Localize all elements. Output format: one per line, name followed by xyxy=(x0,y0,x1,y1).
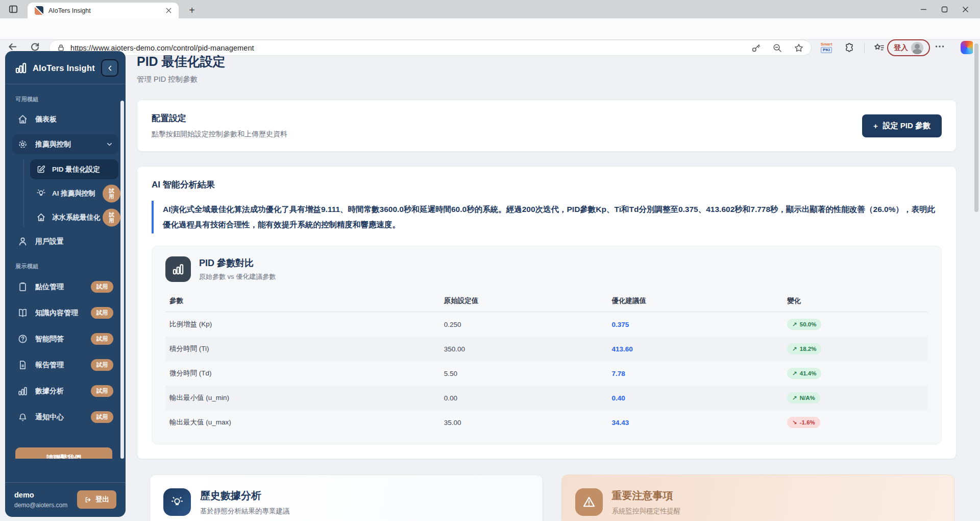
warning-triangle-icon xyxy=(575,488,603,516)
logout-button[interactable]: 登出 xyxy=(77,490,116,509)
sidebar-item-notifications[interactable]: 通知中心 試用 xyxy=(12,407,118,428)
window-close-button[interactable] xyxy=(962,6,969,13)
question-circle-icon xyxy=(17,334,28,344)
edit-icon xyxy=(36,164,46,174)
brand-logo-icon xyxy=(14,61,28,75)
bell-icon xyxy=(17,412,28,422)
new-tab-button[interactable]: + xyxy=(185,3,199,17)
sidebar-item-knowledge[interactable]: 知識內容管理 試用 xyxy=(12,302,118,323)
ai-analysis-text: AI演化式全域最佳化算法成功優化了具有增益9.111、時間常數3600.0秒和延… xyxy=(152,201,942,233)
page-subtitle: 管理 PID 控制參數 xyxy=(137,75,957,84)
trial-badge: 試用 xyxy=(91,307,113,319)
workspaces-icon[interactable] xyxy=(8,4,18,14)
trend-arrow-icon: ↗ xyxy=(792,345,797,352)
brand-name: AIoTers Insight xyxy=(33,63,101,73)
sidebar-item-control-group[interactable]: 推薦與控制 xyxy=(12,134,118,154)
column-header-param: 參數 xyxy=(165,291,440,312)
tab-close-icon[interactable] xyxy=(163,6,174,16)
sidebar-item-ai-control[interactable]: AI 推薦與控制 試用 xyxy=(30,183,118,203)
change-badge: ↗N/A% xyxy=(787,392,820,404)
trial-badge: 試用 xyxy=(103,184,120,202)
back-icon[interactable] xyxy=(7,41,18,52)
comparison-subtitle: 原始參數 vs 優化建議參數 xyxy=(199,272,276,281)
tab-title: AIoTers Insight xyxy=(48,7,163,14)
ai-analysis-card: AI 智能分析結果 AI演化式全域最佳化算法成功優化了具有增益9.111、時間常… xyxy=(137,166,957,459)
column-header-original: 原始設定值 xyxy=(440,291,608,312)
user-icon xyxy=(17,236,28,247)
main-content: PID 最佳化設定 管理 PID 控制參數 配置設定 點擊按鈕開始設定控制參數和… xyxy=(137,40,957,521)
trial-badge: 試用 xyxy=(91,385,113,397)
sidebar-item-points[interactable]: 點位管理 試用 xyxy=(12,276,118,297)
sidebar-item-user-settings[interactable]: 用戶設置 xyxy=(12,231,118,251)
sidebar-item-chiller[interactable]: 冰水系統最佳化 試用 xyxy=(30,207,118,227)
book-icon xyxy=(17,307,28,318)
copilot-icon[interactable] xyxy=(961,41,974,54)
sidebar-item-label: 冰水系統最佳化 xyxy=(52,213,101,222)
pid-comparison-table: 參數 原始設定值 優化建議值 變化 比例增益 (Kp) 0.250 0.375 … xyxy=(165,291,928,435)
history-analysis-card: 歷史數據分析 基於靜態分析結果的專業建議 1 數據品質評估 品質等級：良好 xyxy=(150,475,543,521)
lightbulb-icon xyxy=(163,488,191,516)
sidebar-sublist: PID 最佳化設定 AI 推薦與控制 試用 冰水系統最佳化 試用 xyxy=(23,159,118,227)
browser-tab[interactable]: AIoTers Insight xyxy=(28,3,179,18)
plus-icon: + xyxy=(873,122,878,130)
comparison-title: PID 參數對比 xyxy=(199,257,276,269)
important-notice-card: 重要注意事項 系統監控與穩定性提醒 ! 注意系統穩定性監控避免震盪 xyxy=(561,475,955,521)
change-badge: ↗41.4% xyxy=(787,368,821,379)
sidebar-collapse-button[interactable] xyxy=(101,59,118,77)
lightbulb-icon xyxy=(36,188,46,198)
trial-badge: 試用 xyxy=(91,333,113,345)
user-name: demo xyxy=(14,491,77,499)
sidebar-spacer xyxy=(5,459,126,482)
sidebar-item-label: 通知中心 xyxy=(35,413,84,422)
home-icon xyxy=(36,212,46,222)
column-header-optimized: 優化建議值 xyxy=(608,291,783,312)
window-minimize-button[interactable] xyxy=(920,6,927,13)
clipboard-icon xyxy=(17,281,28,292)
sidebar-section-demo: 展示模組 xyxy=(15,263,115,270)
config-card-title: 配置設定 xyxy=(152,112,287,124)
sidebar-item-analytics[interactable]: 數據分析 試用 xyxy=(12,381,118,401)
sidebar-item-qa[interactable]: 智能問答 試用 xyxy=(12,328,118,349)
page-title: PID 最佳化設定 xyxy=(137,53,957,70)
sidebar-item-label: PID 最佳化設定 xyxy=(52,165,100,174)
browser-toolbar: https://www.aioters-demo.com/control/pid… xyxy=(0,18,980,40)
sidebar-item-dashboard[interactable]: 儀表板 xyxy=(12,109,118,129)
table-row: 輸出最大值 (u_max) 35.00 34.43 ↘-1.6% xyxy=(165,410,928,435)
sidebar-header: AIoTers Insight xyxy=(5,51,126,84)
change-badge: ↗18.2% xyxy=(787,343,821,354)
sidebar-item-reports[interactable]: 報告管理 試用 xyxy=(12,354,118,375)
trial-badge: 試用 xyxy=(103,208,120,226)
sidebar-item-label: 報告管理 xyxy=(35,361,84,370)
trial-badge: 試用 xyxy=(91,411,113,423)
column-header-change: 變化 xyxy=(783,291,928,312)
sidebar-item-label: 點位管理 xyxy=(35,282,84,292)
browser-tab-strip: AIoTers Insight + xyxy=(0,0,980,18)
contact-us-button[interactable]: 請聯繫我們 xyxy=(15,447,112,459)
bar-chart-icon xyxy=(165,256,191,282)
sidebar-scrollbar[interactable] xyxy=(120,101,124,459)
pid-comparison-card: PID 參數對比 原始參數 vs 優化建議參數 參數 原始設定值 優化建議值 變… xyxy=(152,246,942,444)
table-row: 比例增益 (Kp) 0.250 0.375 ↗50.0% xyxy=(165,312,928,337)
trial-badge: 試用 xyxy=(91,281,113,293)
sidebar-item-label: 儀表板 xyxy=(35,115,113,124)
page-scrollbar-thumb[interactable] xyxy=(974,43,978,212)
site-favicon xyxy=(35,6,43,15)
set-pid-params-button[interactable]: + 設定 PID 參數 xyxy=(862,114,942,137)
table-row: 微分時間 (Td) 5.50 7.78 ↗41.4% xyxy=(165,361,928,386)
sidebar-item-pid[interactable]: PID 最佳化設定 xyxy=(30,159,118,179)
sidebar-item-label: AI 推薦與控制 xyxy=(52,189,95,198)
history-card-subtitle: 基於靜態分析結果的專業建議 xyxy=(200,507,290,516)
table-row: 積分時間 (Ti) 350.00 413.60 ↗18.2% xyxy=(165,337,928,361)
change-badge: ↘-1.6% xyxy=(787,417,820,428)
sidebar-item-label: 用戶設置 xyxy=(35,237,113,246)
notice-card-subtitle: 系統監控與穩定性提醒 xyxy=(612,507,681,516)
home-icon xyxy=(17,114,28,125)
trend-arrow-icon: ↘ xyxy=(792,419,797,426)
window-maximize-button[interactable] xyxy=(941,6,948,13)
config-card-desc: 點擊按鈕開始設定控制參數和上傳歷史資料 xyxy=(152,130,287,139)
sidebar-item-label: 知識內容管理 xyxy=(35,309,84,318)
page-scrollbar[interactable] xyxy=(973,40,980,521)
refresh-icon[interactable] xyxy=(30,41,40,52)
history-card-title: 歷史數據分析 xyxy=(200,489,290,503)
sidebar-item-label: 數據分析 xyxy=(35,387,84,396)
